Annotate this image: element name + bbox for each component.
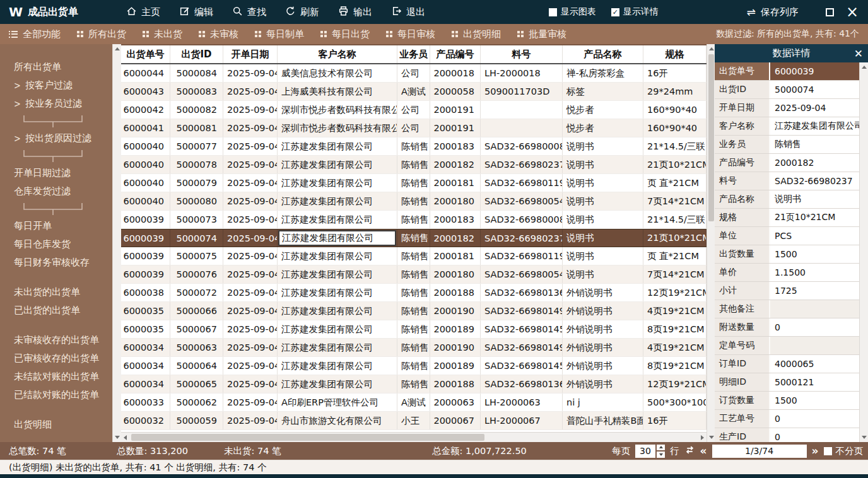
sidebar-item[interactable]: 出货明细	[0, 416, 112, 434]
detail-row[interactable]: 料号SAD32-66980237	[715, 172, 859, 190]
sidebar-item[interactable]: 未出货的出货单	[0, 283, 112, 301]
table-row[interactable]: 600004050000772025-09-04江苏建发集团有限公司陈销售200…	[121, 137, 707, 156]
table-row[interactable]: 600003450000652025-09-04江苏建发集团有限公司陈销售200…	[121, 375, 707, 393]
detail-row[interactable]: 明细ID5000121	[715, 373, 859, 392]
scroll-down-icon[interactable]	[862, 436, 867, 439]
horizontal-scroll-thumb[interactable]	[131, 434, 484, 441]
no-paging-checkbox[interactable]	[824, 447, 832, 455]
toolbar-item-2[interactable]: 未出货	[143, 28, 182, 40]
column-header[interactable]: 料号	[481, 45, 563, 63]
table-row-selected[interactable]: 600003950000742025-09-04江苏建发集团有限公司陈销售200…	[121, 229, 707, 247]
table-row[interactable]: 600004250000822025-09-04深圳市悦步者数码科技有限公司公司…	[121, 101, 707, 119]
detail-row[interactable]: 生产ID0	[715, 428, 859, 442]
spinner-down-button[interactable]	[657, 452, 665, 458]
toolbar-item-5[interactable]: 每日出货	[320, 28, 370, 40]
scroll-up-icon[interactable]	[115, 47, 120, 50]
scroll-up-icon[interactable]	[709, 47, 714, 50]
detail-row[interactable]: 规格21页10*21CM	[715, 209, 859, 227]
next-page-button[interactable]: »	[812, 445, 819, 457]
detail-row[interactable]: 出货单号6000039	[715, 62, 859, 81]
table-row[interactable]: 600003950000732025-09-04江苏建发集团有限公司陈销售200…	[121, 211, 707, 229]
sidebar-item[interactable]: >按业务员过滤	[0, 95, 112, 113]
sidebar-item[interactable]: 每日仓库发货	[0, 235, 112, 254]
detail-row[interactable]: 业务员陈销售	[715, 136, 859, 154]
sidebar-item[interactable]: 仓库发货过滤	[0, 182, 112, 201]
detail-row[interactable]: 出货ID5000074	[715, 81, 859, 99]
detail-row[interactable]: 附送数量0	[715, 318, 859, 337]
scroll-right-icon[interactable]	[701, 435, 704, 440]
menu-output[interactable]: 输出	[338, 6, 372, 19]
detail-row[interactable]: 小计1725	[715, 282, 859, 300]
save-column-order-button[interactable]: ⇌ 保存列序	[747, 6, 799, 18]
table-row[interactable]: 600003850000722025-09-04江苏建发集团有限公司陈销售200…	[121, 284, 707, 302]
horizontal-scrollbar[interactable]	[121, 432, 707, 442]
sidebar-item[interactable]: 已出货的出货单	[0, 301, 112, 320]
sidebar-item[interactable]: 未结款对账的出货单	[0, 368, 112, 386]
table-row[interactable]: 600004050000802025-09-04江苏建发集团有限公司陈销售200…	[121, 192, 707, 211]
scroll-left-icon[interactable]	[124, 435, 127, 440]
detail-row[interactable]: 产品名称说明书	[715, 190, 859, 209]
show-chart-toggle[interactable]: 显示图表	[549, 6, 596, 18]
table-row[interactable]: 600003350000622025-09-04A印刷ERP管理软件公司A测试2…	[121, 393, 707, 412]
column-header[interactable]: 客户名称	[278, 45, 397, 63]
table-row[interactable]: 600003550000662025-09-04江苏建发集团有限公司陈销售200…	[121, 302, 707, 320]
menu-edit[interactable]: 编辑	[179, 6, 213, 19]
table-vertical-scrollbar[interactable]	[707, 44, 715, 442]
table-row[interactable]: 600004050000782025-09-04江苏建发集团有限公司陈销售200…	[121, 156, 707, 174]
menu-refresh[interactable]: 刷新	[285, 6, 319, 19]
scroll-up-icon[interactable]	[862, 66, 867, 69]
per-page-input[interactable]: 30	[635, 445, 655, 458]
detail-row[interactable]: 客户名称江苏建发集团有限公司	[715, 117, 859, 136]
sidebar-item[interactable]: >按客户过滤	[0, 76, 112, 95]
detail-row[interactable]: 订货数量1500	[715, 392, 859, 410]
sidebar-item[interactable]: 已结款对账的出货单	[0, 386, 112, 404]
table-row[interactable]: 600004450000842025-09-04威美信息技术有限公司公司2000…	[121, 64, 707, 83]
close-button[interactable]: ×	[844, 4, 860, 20]
sidebar-scrollbar[interactable]	[112, 44, 121, 442]
table-row[interactable]: 600004050000792025-09-04江苏建发集团有限公司陈销售200…	[121, 174, 707, 192]
maximize-button[interactable]	[821, 8, 838, 16]
column-header[interactable]: 业务员	[397, 45, 430, 63]
menu-exit[interactable]: 退出	[391, 6, 425, 19]
table-row[interactable]: 600004350000832025-09-04上海威美科技有限公司A测试200…	[121, 83, 707, 101]
column-header[interactable]: 出货ID	[170, 45, 223, 63]
show-detail-toggle[interactable]: ✓ 显示详情	[611, 6, 659, 18]
sidebar-item[interactable]: 每日开单	[0, 217, 112, 235]
sidebar-item[interactable]: 未审核收存的出货单	[0, 331, 112, 349]
detail-row[interactable]: 其他备注	[715, 300, 859, 318]
sidebar-item[interactable]: 所有出货单	[0, 58, 112, 76]
toolbar-item-6[interactable]: 每日审核	[386, 28, 435, 40]
toolbar-item-8[interactable]: 批量审核	[517, 28, 566, 40]
table-row[interactable]: 600004150000812025-09-04深圳市悦步者数码科技有限公司公司…	[121, 119, 707, 137]
page-indicator-input[interactable]: 1/3/74	[712, 445, 807, 458]
menu-home[interactable]: 主页	[126, 6, 160, 19]
table-row[interactable]: 600003550000672025-09-04江苏建发集团有限公司陈销售200…	[121, 320, 707, 339]
detail-row[interactable]: 单位PCS	[715, 227, 859, 245]
detail-row[interactable]: 产品编号2000182	[715, 154, 859, 172]
show-detail-checkbox[interactable]: ✓	[611, 8, 619, 16]
detail-close-icon[interactable]: ✕	[854, 47, 863, 60]
vertical-scroll-thumb[interactable]	[708, 54, 714, 221]
detail-row[interactable]: 开单日期2025-09-04	[715, 99, 859, 117]
scroll-down-icon[interactable]	[115, 436, 120, 439]
detail-row[interactable]: 单价1.1500	[715, 264, 859, 282]
column-header[interactable]: 产品名称	[563, 45, 643, 63]
table-row[interactable]: 600003450000642025-09-04江苏建发集团有限公司陈销售200…	[121, 357, 707, 375]
detail-scrollbar[interactable]	[859, 62, 868, 442]
table-row[interactable]: 600003450000632025-09-04江苏建发集团有限公司陈销售200…	[121, 339, 707, 357]
detail-row[interactable]: 定单号码	[715, 337, 859, 355]
column-header[interactable]: 产品编号	[430, 45, 481, 63]
sidebar-item[interactable]: 开单日期过滤	[0, 164, 112, 182]
toolbar-item-7[interactable]: 出货明细	[452, 28, 501, 40]
toolbar-item-4[interactable]: 每日制单	[255, 28, 304, 40]
sidebar-item[interactable]: 每日财务审核收存	[0, 254, 112, 272]
show-chart-checkbox[interactable]	[549, 8, 557, 16]
toolbar-item-3[interactable]: 未审核	[199, 28, 238, 40]
detail-row[interactable]: 订单ID4000065	[715, 355, 859, 373]
toolbar-item-all-functions[interactable]: 全部功能	[9, 28, 61, 40]
prev-page-button[interactable]: «	[700, 445, 707, 457]
detail-row[interactable]: 出货数量1500	[715, 245, 859, 264]
no-paging-toggle[interactable]: 不分页	[824, 445, 864, 457]
column-header[interactable]: 出货单号	[121, 45, 170, 63]
scroll-down-icon[interactable]	[709, 436, 714, 439]
